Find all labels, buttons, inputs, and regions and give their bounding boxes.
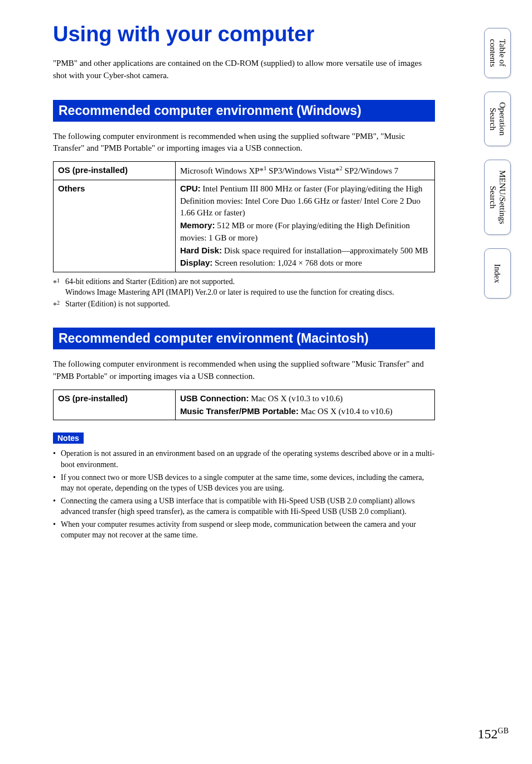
table-cell-label: Others: [54, 180, 176, 272]
page-number: 152GB: [478, 727, 509, 742]
list-item: Operation is not assured in an environme…: [53, 448, 435, 470]
table-row: OS (pre-installed) USB Connection: Mac O…: [54, 390, 435, 420]
section-header-windows: Recommended computer environment (Window…: [53, 100, 435, 122]
section-intro-windows: The following computer environment is re…: [53, 131, 435, 155]
list-item: If you connect two or more USB devices t…: [53, 472, 435, 494]
sidebar-tab-operation[interactable]: OperationSearch: [484, 92, 511, 146]
intro-paragraph: "PMB" and other applications are contain…: [53, 57, 435, 82]
table-row: OS (pre-installed) Microsoft Windows XP*…: [54, 162, 435, 180]
table-cell-label: OS (pre-installed): [54, 390, 176, 420]
table-cell-value: Microsoft Windows XP*1 SP3/Windows Vista…: [175, 162, 434, 180]
sidebar-tab-contents[interactable]: Table ofcontents: [484, 28, 511, 78]
footnote-marker: *2: [53, 299, 65, 311]
sidebar-tab-menu[interactable]: MENU/SettingsSearch: [484, 160, 511, 235]
footnote-text: 64-bit editions and Starter (Edition) ar…: [65, 277, 394, 298]
table-row: Others CPU: Intel Pentium III 800 MHz or…: [54, 180, 435, 272]
sidebar-tab-index[interactable]: Index: [484, 248, 511, 299]
list-item: Connecting the camera using a USB interf…: [53, 496, 435, 517]
footnote-text: Starter (Edition) is not supported.: [65, 299, 170, 311]
table-windows: OS (pre-installed) Microsoft Windows XP*…: [53, 161, 435, 272]
page-title: Using with your computer: [53, 22, 435, 46]
table-cell-label: OS (pre-installed): [54, 162, 176, 180]
footnote-marker: *1: [53, 277, 65, 298]
list-item: When your computer resumes activity from…: [53, 519, 435, 541]
section-intro-mac: The following computer environment is re…: [53, 358, 435, 383]
notes-list: Operation is not assured in an environme…: [53, 448, 435, 541]
table-cell-value: CPU: Intel Pentium III 800 MHz or faster…: [175, 180, 434, 272]
table-cell-value: USB Connection: Mac OS X (v10.3 to v10.6…: [175, 390, 434, 420]
notes-label: Notes: [53, 433, 84, 444]
footnotes-windows: *1 64-bit editions and Starter (Edition)…: [53, 277, 435, 311]
section-header-mac: Recommended computer environment (Macint…: [53, 328, 435, 349]
table-mac: OS (pre-installed) USB Connection: Mac O…: [53, 390, 435, 421]
